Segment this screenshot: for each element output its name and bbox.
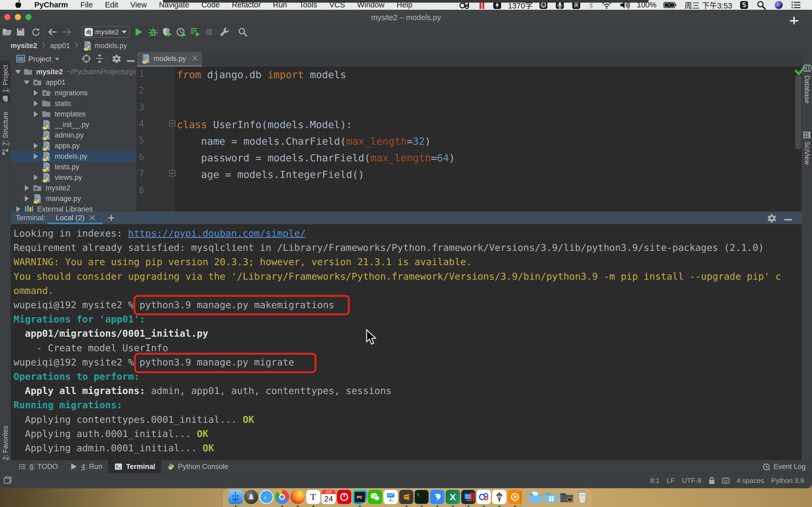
window-title-bar[interactable]: mysite2 – models.py [0, 10, 812, 24]
terminal-output[interactable]: Looking in indexes: https://pypi.douban.… [11, 224, 802, 460]
line-ending[interactable]: LF [667, 476, 675, 485]
tool-window-button--run[interactable]: 4: Run [64, 460, 108, 473]
menu-edit[interactable]: Edit [99, 1, 124, 9]
add-terminal-icon[interactable] [108, 214, 115, 221]
caret-position[interactable]: 8:1 [650, 476, 659, 485]
terminal-tab-local[interactable]: Local (2) [54, 212, 97, 224]
tree-item-app01[interactable]: app01 [11, 77, 136, 88]
dock-app-keynote[interactable] [384, 490, 398, 504]
dock-app-sketch[interactable] [492, 490, 506, 504]
tree-arrow-collapsed[interactable] [15, 206, 21, 212]
dock-app-sublime-text[interactable] [399, 490, 413, 504]
hide-panel-icon[interactable] [784, 217, 792, 222]
dock-app-wechat[interactable] [368, 490, 382, 504]
toggle-toolwindows-icon[interactable] [4, 476, 12, 486]
search-icon[interactable] [757, 0, 766, 10]
menu-clock[interactable]: 周三 下午3:53 [684, 0, 732, 11]
encoding[interactable]: UTF-8 [682, 476, 702, 485]
dock-app-downloads-folder[interactable] [560, 490, 574, 504]
gear-icon[interactable] [112, 54, 121, 64]
project-panel-title[interactable]: Project [28, 55, 51, 63]
dock-app-tencent-video[interactable] [508, 490, 522, 504]
dock-app-launchpad[interactable] [244, 490, 258, 504]
tree-item-tests-py[interactable]: tests.py [11, 162, 136, 172]
tree-item-templates[interactable]: templates [11, 109, 136, 119]
breadcrumb-package[interactable]: app01 [50, 42, 70, 50]
tool-button-structure[interactable]: 7: Structure [0, 108, 11, 155]
tree-item-admin-py[interactable]: admin.py [11, 130, 136, 140]
interpreter-info[interactable]: Python 3.9 [771, 476, 804, 485]
concurrency-icon[interactable] [190, 27, 201, 37]
hide-panel-icon[interactable] [127, 59, 135, 63]
dock-app-documents-folder[interactable] [529, 490, 543, 504]
search-everywhere-icon[interactable] [238, 27, 247, 37]
save-icon[interactable] [16, 28, 25, 36]
tree-arrow-collapsed[interactable] [23, 196, 30, 202]
collapse-all-icon[interactable] [96, 54, 104, 64]
menu-pycharm[interactable]: PyCharm [28, 1, 74, 9]
dock-app-iterm[interactable]: $_ [414, 490, 429, 504]
lock-icon[interactable] [709, 476, 715, 485]
dock-app-windows-folder[interactable] [544, 490, 559, 504]
editor-scrollbar-thumb[interactable] [795, 75, 801, 150]
close-tab-icon[interactable] [89, 215, 95, 221]
fold-marker[interactable] [169, 170, 175, 176]
wrench-icon[interactable] [220, 27, 230, 37]
tree-arrow-collapsed[interactable] [33, 90, 39, 96]
inspections-ok-icon[interactable] [794, 65, 806, 76]
tool-window-button-terminal[interactable]: Terminal [108, 460, 161, 473]
dock-app-dingtalk[interactable] [430, 490, 444, 504]
back-icon[interactable] [48, 28, 57, 36]
tree-arrow-collapsed[interactable] [23, 185, 30, 191]
tree-item-migrations[interactable]: migrations [11, 88, 136, 98]
menu-list-icon[interactable] [792, 2, 800, 8]
tool-button-project[interactable]: 1: Project [0, 60, 11, 102]
tree-arrow-expanded[interactable] [23, 80, 30, 84]
tree-arrow-collapsed[interactable] [33, 111, 39, 117]
tree-item-static[interactable]: static [11, 98, 136, 109]
open-icon[interactable] [2, 28, 12, 36]
run-configuration-select[interactable]: dj mysite2 [82, 26, 130, 38]
run-icon[interactable] [135, 27, 143, 37]
dock-app-finder[interactable] [229, 490, 243, 504]
forward-icon[interactable] [62, 28, 71, 36]
siri-icon[interactable] [774, 1, 783, 9]
tree-item-apps-py[interactable]: apps.py [11, 140, 136, 151]
tree-item-mysite2[interactable]: mysite2~/PycharmProjects/gx [11, 66, 136, 77]
tree-arrow-expanded[interactable] [15, 70, 21, 74]
apple-menu[interactable] [0, 0, 28, 10]
indent-info[interactable]: 4 spaces [737, 476, 764, 485]
tree-item-views-py[interactable]: views.py [11, 172, 136, 183]
dock-app-typora[interactable]: T [306, 490, 320, 504]
sogou-icon[interactable] [740, 1, 748, 9]
tree-arrow-collapsed[interactable] [33, 101, 39, 106]
dock-app-chrome[interactable] [275, 490, 289, 504]
stop-icon[interactable] [205, 28, 213, 36]
code-area[interactable]: from django.db import modelsclass UserIn… [177, 66, 801, 212]
tool-window-button--todo[interactable]: 6: TODO [13, 460, 64, 473]
tree-item-mysite2[interactable]: mysite2 [11, 183, 136, 193]
editor-tab-models-py[interactable]: models.py [137, 52, 202, 66]
menu-file[interactable]: File [74, 1, 99, 9]
locate-icon[interactable] [82, 54, 91, 64]
dock-app-netease-music[interactable] [337, 490, 351, 504]
run-coverage-icon[interactable] [162, 27, 172, 37]
tree-item-external-libraries[interactable]: External Libraries [11, 204, 136, 212]
dock-app-safari[interactable] [259, 490, 273, 504]
dock-app-excel[interactable]: X [446, 490, 460, 504]
debug-icon[interactable] [149, 27, 158, 37]
tree-arrow-collapsed[interactable] [33, 154, 39, 159]
reader-mode-icon[interactable] [722, 477, 729, 484]
dock-app-pycharm[interactable]: PC [353, 490, 367, 504]
fold-marker[interactable] [169, 120, 175, 126]
breadcrumb-file[interactable]: models.py [83, 41, 127, 51]
gear-icon[interactable] [767, 214, 776, 224]
tree-item--init-py[interactable]: __init__.py [11, 119, 136, 130]
event-log-button[interactable]: Event Log [762, 460, 806, 473]
tool-window-button-python-console[interactable]: Python Console [161, 460, 234, 473]
dock-app-trash[interactable] [575, 490, 590, 504]
dock-app-calendar[interactable]: 11月24 [321, 490, 336, 504]
dock-app-baidu-netdisk[interactable] [476, 490, 491, 504]
dock-app-firefox[interactable] [291, 490, 305, 504]
dock-app-parallels[interactable] [461, 490, 475, 504]
